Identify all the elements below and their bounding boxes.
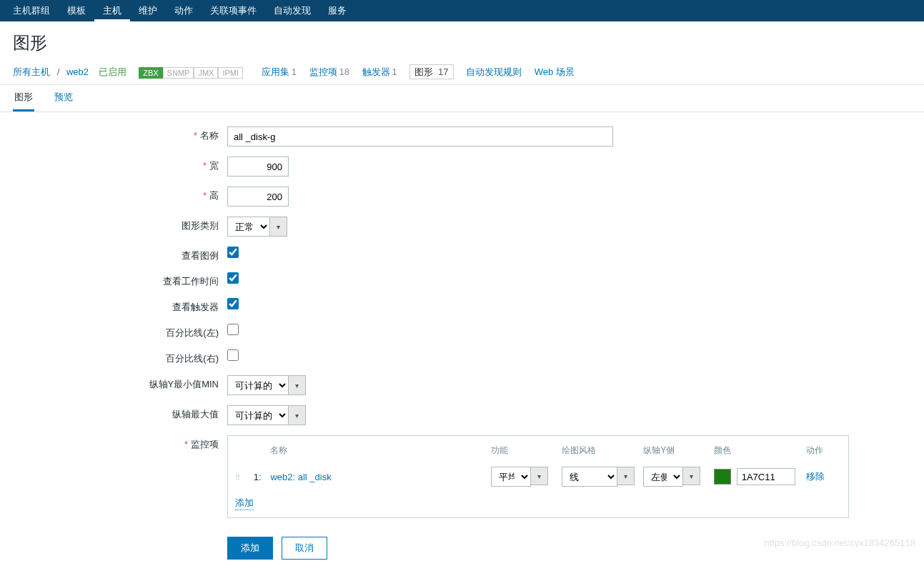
bc-graphs-current: 图形 17: [409, 64, 453, 79]
nav-maintenance[interactable]: 维护: [130, 0, 166, 21]
submit-button[interactable]: 添加: [227, 537, 273, 560]
th-action: 动作: [806, 445, 841, 457]
breadcrumb: 所有主机 / web2 已启用 ZBX SNMP JMX IPMI 应用集1 监…: [0, 61, 924, 85]
badge-jmx: JMX: [194, 67, 218, 79]
chevron-down-icon[interactable]: ▾: [683, 467, 700, 485]
width-label: 宽: [209, 160, 219, 171]
status-enabled: 已启用: [99, 66, 126, 77]
percent-right-label: 百分比线(右): [166, 353, 219, 364]
nav-templates[interactable]: 模板: [59, 0, 94, 21]
color-input[interactable]: [737, 468, 795, 485]
tab-preview[interactable]: 预览: [53, 85, 74, 109]
table-row: ⠿ 1: web2: all _disk 平均▾ 线▾ 左侧▾ 移除: [235, 467, 841, 487]
bc-discovery-rules[interactable]: 自动发现规则: [466, 66, 522, 77]
badge-snmp: SNMP: [163, 67, 194, 79]
ymax-label: 纵轴最大值: [172, 409, 219, 419]
badge-ipmi: IPMI: [218, 67, 243, 79]
graph-form: *名称 *宽 *高 图形类别 正常 ▾ 查看图例 查看工作时间 查看触发器 百分…: [0, 112, 924, 561]
triggers-label: 查看触发器: [172, 302, 219, 312]
type-label: 图形类别: [182, 220, 219, 231]
interface-badges: ZBX SNMP JMX IPMI: [139, 67, 243, 79]
percent-right-checkbox[interactable]: [227, 349, 239, 361]
legend-label: 查看图例: [182, 250, 219, 261]
name-label: 名称: [200, 130, 219, 141]
chevron-down-icon[interactable]: ▾: [289, 405, 306, 425]
style-select[interactable]: 线: [562, 467, 617, 487]
add-item-link[interactable]: 添加: [235, 497, 254, 510]
percent-left-label: 百分比线(左): [166, 327, 219, 338]
bc-triggers[interactable]: 触发器1: [362, 66, 397, 77]
bc-items[interactable]: 监控项18: [309, 66, 349, 77]
legend-checkbox[interactable]: [227, 247, 239, 258]
bc-host[interactable]: web2: [66, 66, 89, 77]
color-swatch[interactable]: [714, 469, 731, 485]
height-label: 高: [209, 190, 219, 201]
nav-hostgroups[interactable]: 主机群组: [4, 0, 59, 21]
name-input[interactable]: [227, 126, 613, 147]
items-label: 监控项: [191, 439, 219, 450]
badge-zbx: ZBX: [139, 67, 162, 79]
th-side: 纵轴Y侧: [643, 445, 714, 457]
type-select[interactable]: 正常: [227, 217, 270, 237]
nav-discovery[interactable]: 自动发现: [265, 0, 319, 21]
page-title: 图形: [0, 21, 924, 61]
row-num: 1:: [254, 472, 271, 482]
bc-all-hosts[interactable]: 所有主机: [13, 66, 50, 77]
th-func: 功能: [491, 445, 562, 457]
th-color: 颜色: [714, 445, 805, 457]
worktime-label: 查看工作时间: [163, 276, 219, 287]
height-input[interactable]: [227, 187, 289, 207]
top-nav: 主机群组 模板 主机 维护 动作 关联项事件 自动发现 服务: [0, 0, 924, 21]
percent-left-checkbox[interactable]: [227, 324, 239, 335]
chevron-down-icon[interactable]: ▾: [531, 467, 548, 485]
th-name: 名称: [270, 445, 490, 457]
chevron-down-icon[interactable]: ▾: [270, 217, 287, 237]
item-name-link[interactable]: web2: all _disk: [270, 472, 331, 482]
tabs: 图形 预览: [0, 85, 924, 112]
triggers-checkbox[interactable]: [227, 298, 239, 309]
ymax-select[interactable]: 可计算的: [227, 405, 289, 425]
drag-handle-icon[interactable]: ⠿: [235, 474, 241, 482]
func-select[interactable]: 平均: [491, 467, 531, 487]
nav-actions[interactable]: 动作: [166, 0, 202, 21]
th-style: 绘图风格: [562, 445, 644, 457]
remove-link[interactable]: 移除: [806, 471, 825, 482]
nav-correlation[interactable]: 关联项事件: [202, 0, 265, 21]
bc-web-scenarios[interactable]: Web 场景: [535, 66, 575, 77]
bc-sep: /: [57, 66, 60, 77]
side-select[interactable]: 左侧: [643, 467, 683, 487]
chevron-down-icon[interactable]: ▾: [617, 467, 635, 485]
width-input[interactable]: [227, 157, 289, 177]
ymin-select[interactable]: 可计算的: [227, 375, 289, 395]
items-table: 名称 功能 绘图风格 纵轴Y侧 颜色 动作 ⠿ 1: web2: all _di…: [227, 435, 849, 518]
chevron-down-icon[interactable]: ▾: [289, 375, 306, 395]
tab-graph[interactable]: 图形: [13, 85, 34, 111]
cancel-button[interactable]: 取消: [282, 537, 327, 560]
nav-hosts[interactable]: 主机: [94, 0, 130, 21]
bc-applications[interactable]: 应用集1: [262, 66, 297, 77]
ymin-label: 纵轴Y最小值MIN: [149, 379, 219, 389]
nav-services[interactable]: 服务: [319, 0, 355, 21]
worktime-checkbox[interactable]: [227, 272, 239, 284]
